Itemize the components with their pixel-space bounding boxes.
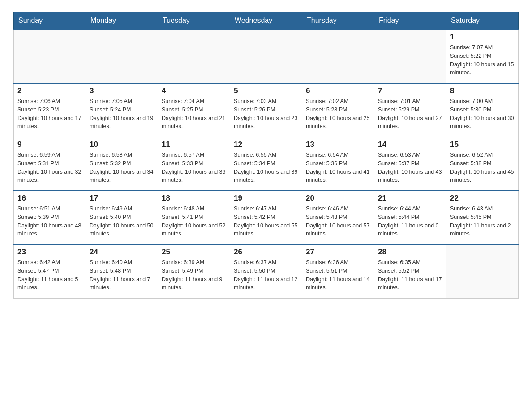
calendar-cell: 24Sunrise: 6:40 AM Sunset: 5:48 PM Dayli…: [86, 244, 158, 298]
calendar-cell: 14Sunrise: 6:53 AM Sunset: 5:37 PM Dayli…: [374, 137, 446, 191]
weekday-header-sunday: Sunday: [14, 12, 86, 30]
day-number: 27: [306, 248, 370, 257]
weekday-header-thursday: Thursday: [302, 12, 374, 30]
calendar-cell: 27Sunrise: 6:36 AM Sunset: 5:51 PM Dayli…: [302, 244, 374, 298]
calendar-cell: 10Sunrise: 6:58 AM Sunset: 5:32 PM Dayli…: [86, 137, 158, 191]
day-info: Sunrise: 7:04 AM Sunset: 5:25 PM Dayligh…: [162, 97, 226, 131]
weekday-header-monday: Monday: [86, 12, 158, 30]
day-number: 28: [378, 248, 442, 257]
calendar-cell: 13Sunrise: 6:54 AM Sunset: 5:36 PM Dayli…: [302, 137, 374, 191]
calendar-cell: 12Sunrise: 6:55 AM Sunset: 5:34 PM Dayli…: [230, 137, 302, 191]
day-number: 25: [162, 248, 226, 257]
day-info: Sunrise: 6:55 AM Sunset: 5:34 PM Dayligh…: [234, 151, 298, 184]
day-info: Sunrise: 7:06 AM Sunset: 5:23 PM Dayligh…: [17, 97, 82, 131]
day-info: Sunrise: 6:36 AM Sunset: 5:51 PM Dayligh…: [306, 258, 370, 292]
day-number: 6: [306, 86, 370, 95]
day-number: 15: [450, 140, 515, 149]
calendar-week-row: 2Sunrise: 7:06 AM Sunset: 5:23 PM Daylig…: [14, 83, 519, 137]
calendar-week-row: 23Sunrise: 6:42 AM Sunset: 5:47 PM Dayli…: [14, 244, 519, 298]
calendar-cell: 16Sunrise: 6:51 AM Sunset: 5:39 PM Dayli…: [14, 191, 86, 244]
day-info: Sunrise: 6:47 AM Sunset: 5:42 PM Dayligh…: [234, 205, 298, 238]
day-number: 20: [306, 194, 370, 203]
day-info: Sunrise: 6:39 AM Sunset: 5:49 PM Dayligh…: [162, 258, 226, 292]
calendar-cell: 2Sunrise: 7:06 AM Sunset: 5:23 PM Daylig…: [14, 83, 86, 137]
calendar-cell: 28Sunrise: 6:35 AM Sunset: 5:52 PM Dayli…: [374, 244, 446, 298]
calendar-cell: 8Sunrise: 7:00 AM Sunset: 5:30 PM Daylig…: [446, 83, 519, 137]
day-number: 11: [162, 140, 226, 149]
weekday-header-tuesday: Tuesday: [158, 12, 230, 30]
day-number: 1: [450, 33, 515, 42]
day-number: 8: [450, 86, 515, 95]
day-number: 4: [162, 86, 226, 95]
day-number: 22: [450, 194, 515, 203]
calendar-cell: 20Sunrise: 6:46 AM Sunset: 5:43 PM Dayli…: [302, 191, 374, 244]
calendar-cell: 11Sunrise: 6:57 AM Sunset: 5:33 PM Dayli…: [158, 137, 230, 191]
day-number: 5: [234, 86, 298, 95]
day-number: 2: [17, 86, 82, 95]
day-info: Sunrise: 6:42 AM Sunset: 5:47 PM Dayligh…: [17, 258, 82, 292]
calendar-week-row: 16Sunrise: 6:51 AM Sunset: 5:39 PM Dayli…: [14, 191, 519, 244]
calendar-cell: 19Sunrise: 6:47 AM Sunset: 5:42 PM Dayli…: [230, 191, 302, 244]
calendar-cell: [446, 244, 519, 298]
day-info: Sunrise: 7:01 AM Sunset: 5:29 PM Dayligh…: [378, 97, 442, 131]
weekday-header-friday: Friday: [374, 12, 446, 30]
weekday-header-wednesday: Wednesday: [230, 12, 302, 30]
calendar-cell: 1Sunrise: 7:07 AM Sunset: 5:22 PM Daylig…: [446, 30, 519, 83]
day-info: Sunrise: 7:05 AM Sunset: 5:24 PM Dayligh…: [90, 97, 154, 131]
day-number: 7: [378, 86, 442, 95]
calendar-table: SundayMondayTuesdayWednesdayThursdayFrid…: [13, 12, 519, 299]
day-info: Sunrise: 6:43 AM Sunset: 5:45 PM Dayligh…: [450, 205, 515, 238]
weekday-header-saturday: Saturday: [446, 12, 519, 30]
day-info: Sunrise: 7:00 AM Sunset: 5:30 PM Dayligh…: [450, 97, 515, 131]
day-info: Sunrise: 6:53 AM Sunset: 5:37 PM Dayligh…: [378, 151, 442, 184]
day-info: Sunrise: 6:59 AM Sunset: 5:31 PM Dayligh…: [17, 151, 82, 184]
logo-blue: Blue: [27, 0, 85, 3]
day-number: 3: [90, 86, 154, 95]
calendar-cell: [14, 30, 86, 83]
calendar-cell: 17Sunrise: 6:49 AM Sunset: 5:40 PM Dayli…: [86, 191, 158, 244]
day-info: Sunrise: 6:54 AM Sunset: 5:36 PM Dayligh…: [306, 151, 370, 184]
calendar-cell: 21Sunrise: 6:44 AM Sunset: 5:44 PM Dayli…: [374, 191, 446, 244]
calendar-cell: 6Sunrise: 7:02 AM Sunset: 5:28 PM Daylig…: [302, 83, 374, 137]
calendar-cell: [302, 30, 374, 83]
day-number: 16: [17, 194, 82, 203]
calendar-cell: 7Sunrise: 7:01 AM Sunset: 5:29 PM Daylig…: [374, 83, 446, 137]
day-info: Sunrise: 7:07 AM Sunset: 5:22 PM Dayligh…: [450, 43, 515, 77]
day-info: Sunrise: 6:51 AM Sunset: 5:39 PM Dayligh…: [17, 205, 82, 238]
day-number: 13: [306, 140, 370, 149]
day-info: Sunrise: 7:03 AM Sunset: 5:26 PM Dayligh…: [234, 97, 298, 131]
day-info: Sunrise: 6:58 AM Sunset: 5:32 PM Dayligh…: [90, 151, 154, 184]
day-info: Sunrise: 6:44 AM Sunset: 5:44 PM Dayligh…: [378, 205, 442, 238]
weekday-header-row: SundayMondayTuesdayWednesdayThursdayFrid…: [14, 12, 519, 30]
calendar-cell: 15Sunrise: 6:52 AM Sunset: 5:38 PM Dayli…: [446, 137, 519, 191]
day-number: 18: [162, 194, 226, 203]
day-number: 19: [234, 194, 298, 203]
day-info: Sunrise: 6:57 AM Sunset: 5:33 PM Dayligh…: [162, 151, 226, 184]
calendar-cell: 18Sunrise: 6:48 AM Sunset: 5:41 PM Dayli…: [158, 191, 230, 244]
day-number: 14: [378, 140, 442, 149]
day-info: Sunrise: 6:52 AM Sunset: 5:38 PM Dayligh…: [450, 151, 515, 184]
day-info: Sunrise: 6:40 AM Sunset: 5:48 PM Dayligh…: [90, 258, 154, 292]
calendar-cell: 23Sunrise: 6:42 AM Sunset: 5:47 PM Dayli…: [14, 244, 86, 298]
calendar-cell: [230, 30, 302, 83]
day-info: Sunrise: 6:35 AM Sunset: 5:52 PM Dayligh…: [378, 258, 442, 292]
calendar-cell: [374, 30, 446, 83]
day-number: 24: [90, 248, 154, 257]
day-number: 21: [378, 194, 442, 203]
day-number: 17: [90, 194, 154, 203]
day-number: 26: [234, 248, 298, 257]
calendar-cell: 26Sunrise: 6:37 AM Sunset: 5:50 PM Dayli…: [230, 244, 302, 298]
calendar-week-row: 9Sunrise: 6:59 AM Sunset: 5:31 PM Daylig…: [14, 137, 519, 191]
day-number: 12: [234, 140, 298, 149]
calendar-cell: 9Sunrise: 6:59 AM Sunset: 5:31 PM Daylig…: [14, 137, 86, 191]
calendar-week-row: 1Sunrise: 7:07 AM Sunset: 5:22 PM Daylig…: [14, 30, 519, 83]
calendar-cell: 3Sunrise: 7:05 AM Sunset: 5:24 PM Daylig…: [86, 83, 158, 137]
calendar-cell: [86, 30, 158, 83]
day-info: Sunrise: 7:02 AM Sunset: 5:28 PM Dayligh…: [306, 97, 370, 131]
day-number: 10: [90, 140, 154, 149]
day-number: 23: [17, 248, 82, 257]
day-info: Sunrise: 6:49 AM Sunset: 5:40 PM Dayligh…: [90, 205, 154, 238]
day-info: Sunrise: 6:37 AM Sunset: 5:50 PM Dayligh…: [234, 258, 298, 292]
calendar-cell: 5Sunrise: 7:03 AM Sunset: 5:26 PM Daylig…: [230, 83, 302, 137]
calendar-cell: 22Sunrise: 6:43 AM Sunset: 5:45 PM Dayli…: [446, 191, 519, 244]
